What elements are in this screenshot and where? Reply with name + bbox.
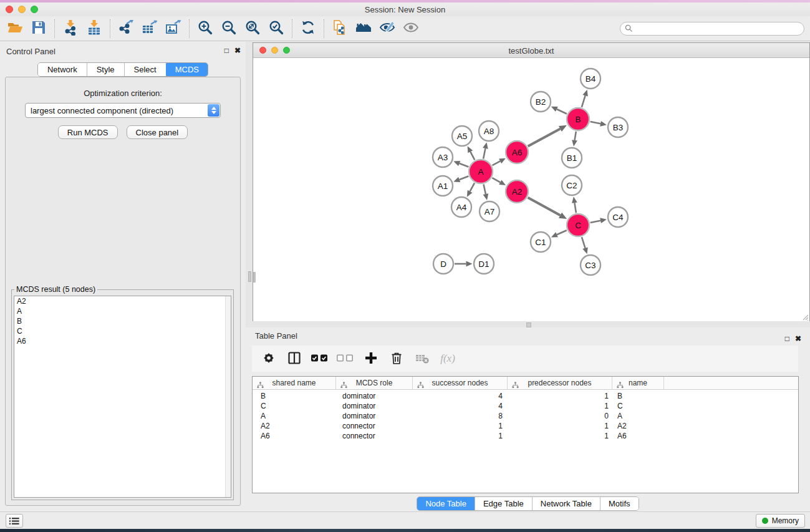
graph-edge-A-A2[interactable]: [492, 178, 500, 182]
table-row[interactable]: Bdominator41B: [253, 391, 798, 401]
result-item[interactable]: A: [14, 306, 231, 316]
graphics-details-icon: [379, 19, 395, 37]
network-canvas[interactable]: AA1A2A3A4A5A6A7A8BB1B2B3B4CC1C2C3C4DD1: [253, 59, 809, 321]
delete-button[interactable]: [386, 348, 407, 369]
vertical-split-handle[interactable]: [248, 271, 251, 282]
graph-node-label-A2: A2: [512, 187, 523, 196]
float-panel-icon[interactable]: □: [224, 46, 229, 55]
mcds-result-list[interactable]: A2ABCA6: [14, 296, 231, 498]
result-item[interactable]: C: [14, 326, 231, 336]
criterion-dropdown[interactable]: largest connected component (directed): [25, 103, 221, 118]
toolbar-group: [60, 19, 104, 39]
import-network-button[interactable]: [60, 19, 80, 39]
graph-edge-B-B4[interactable]: [582, 95, 586, 107]
graph-edge-A-A7[interactable]: [483, 185, 485, 195]
graph-edge-C-C3[interactable]: [582, 237, 586, 248]
zoom-fit-icon: [244, 19, 261, 37]
horizontal-split-handle[interactable]: [526, 322, 531, 327]
table-row[interactable]: Cdominator41C: [253, 401, 798, 411]
close-panel-icon[interactable]: ✖: [234, 46, 241, 55]
home-button[interactable]: [354, 19, 374, 39]
graph-edge-B-B3[interactable]: [591, 122, 600, 123]
column-header-name[interactable]: name: [612, 377, 664, 389]
open-file-icon: [7, 19, 23, 37]
settings-button[interactable]: [258, 348, 279, 369]
zoom-in-button[interactable]: [195, 19, 215, 39]
zoom-fit-button[interactable]: [243, 19, 263, 39]
table-float-icon[interactable]: □: [785, 334, 789, 343]
add-icon: [364, 351, 378, 367]
graph-edge-C-C4[interactable]: [591, 221, 600, 223]
add-button[interactable]: [360, 348, 382, 369]
tab-motifs[interactable]: Motifs: [600, 497, 639, 510]
graph-edge-A2-C[interactable]: [528, 198, 561, 216]
export-table-button[interactable]: [140, 19, 160, 39]
open-file-button[interactable]: [5, 19, 25, 39]
table-cell: dominator: [336, 391, 413, 401]
zoom-out-button[interactable]: [219, 19, 239, 39]
tab-network-table[interactable]: Network Table: [533, 497, 600, 510]
graph-edge-A-A5[interactable]: [470, 152, 475, 160]
visibility-button[interactable]: [401, 19, 421, 39]
graph-edge-C-C1[interactable]: [557, 230, 567, 235]
tab-node-table[interactable]: Node Table: [417, 497, 475, 510]
columns-icon: [287, 351, 302, 367]
graph-node-label-A1: A1: [438, 181, 448, 191]
table-cell: A2: [253, 421, 336, 431]
column-label: shared name: [272, 379, 316, 387]
graph-edge-A-A6[interactable]: [493, 161, 501, 165]
close-panel-button[interactable]: Close panel: [127, 125, 188, 139]
show-panels-button[interactable]: [6, 514, 23, 528]
graph-edge-A-A4[interactable]: [470, 183, 475, 191]
save-session-button[interactable]: [29, 19, 49, 39]
tab-style[interactable]: Style: [87, 63, 125, 76]
toolbar-group: [298, 19, 318, 39]
graph-edge-B-B2[interactable]: [557, 109, 567, 114]
table-row[interactable]: A6connector11A6: [253, 431, 798, 441]
run-mcds-button[interactable]: Run MCDS: [58, 125, 118, 139]
tab-select[interactable]: Select: [125, 63, 166, 76]
table-row[interactable]: A2connector11A2: [253, 421, 798, 431]
graph-edge-B-B1[interactable]: [575, 132, 576, 140]
graph-node-label-A7: A7: [485, 207, 495, 216]
tab-network[interactable]: Network: [38, 63, 87, 76]
column-type-icon: [617, 380, 624, 391]
column-header-successor-nodes[interactable]: successor nodes: [413, 377, 508, 389]
graph-edge-A-A1[interactable]: [460, 176, 469, 180]
table-cell: 4: [413, 401, 508, 411]
graph-edge-A-A3[interactable]: [460, 163, 469, 167]
select-all-icon: [311, 351, 329, 367]
graph-edge-A6-B[interactable]: [528, 128, 561, 146]
memory-label: Memory: [772, 516, 799, 525]
graph-arrowhead: [600, 218, 607, 223]
refresh-button[interactable]: [298, 19, 318, 39]
duplicate-network-button[interactable]: [330, 19, 350, 39]
result-item[interactable]: B: [14, 316, 231, 326]
resize-grip-icon[interactable]: [801, 313, 809, 321]
columns-button[interactable]: [284, 348, 305, 369]
table-close-icon[interactable]: ✖: [795, 334, 801, 343]
import-table-button[interactable]: [84, 19, 104, 39]
result-item[interactable]: A2: [14, 296, 231, 306]
result-item[interactable]: A6: [14, 336, 231, 346]
search-box[interactable]: [620, 22, 804, 36]
memory-button[interactable]: Memory: [756, 514, 805, 528]
graph-edge-C-C2[interactable]: [574, 203, 576, 213]
zoom-selected-button[interactable]: [266, 19, 286, 39]
export-network-button[interactable]: [116, 19, 136, 39]
select-all-button[interactable]: [309, 348, 330, 369]
column-header-MCDS-role[interactable]: MCDS role: [336, 377, 413, 389]
table-row[interactable]: Adominator80A: [253, 411, 798, 421]
deselect-all-button[interactable]: [335, 348, 356, 369]
column-header-shared-name[interactable]: shared name: [253, 377, 336, 389]
canvas-left-scroll-thumb[interactable]: [253, 272, 256, 283]
graph-edge-A-A8[interactable]: [483, 148, 485, 158]
graphics-details-button[interactable]: [377, 19, 397, 39]
result-scrollbar[interactable]: [225, 296, 231, 497]
search-input[interactable]: [633, 24, 804, 33]
column-header-predecessor-nodes[interactable]: predecessor nodes: [508, 377, 612, 389]
delete-icon: [389, 351, 404, 367]
export-image-button[interactable]: [163, 19, 183, 39]
tab-mcds[interactable]: MCDS: [166, 62, 208, 77]
tab-edge-table[interactable]: Edge Table: [475, 497, 533, 510]
